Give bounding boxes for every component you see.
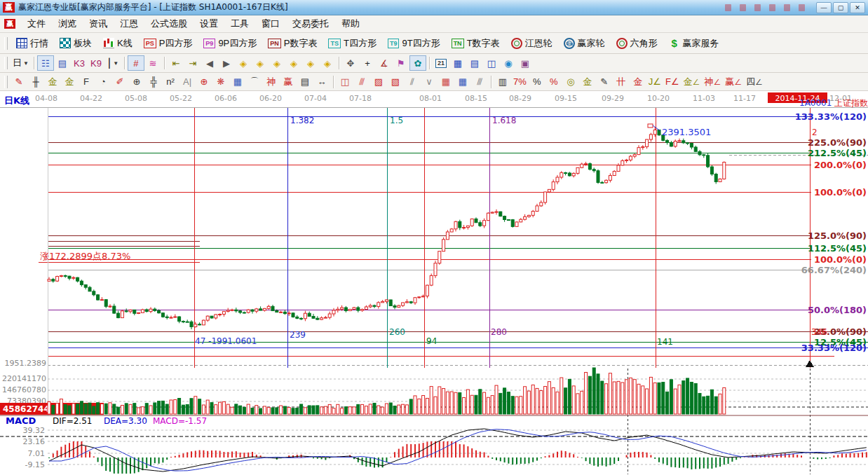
golden-pencil-tool[interactable]: ✎ — [11, 74, 27, 90]
winner-service-button[interactable]: $赢家服务 — [663, 34, 725, 53]
gann-grid-tool[interactable]: # — [128, 55, 144, 71]
calculator-tool[interactable]: ▦ — [449, 55, 466, 71]
menu-item-10[interactable]: 帮助 — [335, 15, 366, 32]
svg-text:MACD=-1.57: MACD=-1.57 — [153, 416, 207, 426]
square-web-tool[interactable]: ▦ — [229, 74, 246, 90]
gold-line-tool[interactable]: 金 — [579, 74, 596, 90]
expand-h-button[interactable]: ◈ — [269, 55, 285, 71]
minimize-button[interactable]: — — [816, 2, 832, 13]
box-fan-tool[interactable]: ▨ — [370, 74, 387, 90]
check-line-tool[interactable]: ∨ — [421, 74, 438, 90]
menu-item-7[interactable]: 工具 — [224, 15, 255, 32]
spider-web-tool[interactable]: ❋ — [212, 74, 229, 90]
angle-measure-tool[interactable]: ∡ — [376, 55, 393, 71]
close-button[interactable]: ✕ — [850, 2, 865, 13]
volume-meter-tool[interactable]: ▥ — [494, 74, 511, 90]
color-price-tool[interactable]: ≋ — [144, 55, 161, 71]
hexagon-button[interactable]: 六角形 — [611, 34, 663, 53]
n2-grid-tool[interactable]: n² — [162, 74, 179, 90]
angle-fan-tool[interactable]: ⫽ — [404, 74, 421, 90]
maximize-button[interactable]: ▢ — [833, 2, 848, 13]
prev-bar-button[interactable]: ◀ — [201, 55, 218, 71]
p-number-button[interactable]: PNP数字表 — [262, 34, 323, 53]
print-tool[interactable]: ▣ — [517, 55, 534, 71]
period-day-button[interactable]: 日▼ — [11, 55, 31, 71]
menu-item-1[interactable]: 文件 — [21, 15, 52, 32]
ying-angle-tool[interactable]: 赢∠ — [723, 74, 744, 90]
zoom-left-button[interactable]: ◈ — [235, 55, 252, 71]
info-note-tool[interactable]: ▤ — [54, 55, 71, 71]
sectors-button[interactable]: 板块 — [54, 34, 97, 53]
pattern-tool[interactable]: ✿ — [409, 55, 426, 71]
box-split-tool[interactable]: ◫ — [337, 74, 353, 90]
calendar-tool[interactable]: 21 — [433, 55, 449, 71]
menu-item-2[interactable]: 浏览 — [52, 15, 83, 32]
trend-pencil-tool[interactable]: ✎ — [596, 74, 613, 90]
grid-square-red-tool[interactable]: ▦ — [438, 74, 454, 90]
candle-style-button[interactable]: ⎮▼ — [104, 55, 121, 71]
t9-square-button[interactable]: T99T四方形 — [382, 34, 446, 53]
quotes-button[interactable]: 行情 — [11, 34, 54, 53]
kline-3-combine-tool[interactable]: K3 — [71, 55, 88, 71]
gann-wave-tool[interactable]: ☷ — [37, 55, 54, 71]
price-pencil-tool[interactable]: ✐ — [111, 74, 128, 90]
ying-grid-tool[interactable]: 赢 — [280, 74, 297, 90]
menu-item-5[interactable]: 公式选股 — [144, 15, 194, 32]
hand-tool[interactable]: ✥ — [342, 55, 359, 71]
grid-tool[interactable]: ╫ — [27, 74, 44, 90]
flag-tool[interactable]: ⚑ — [393, 55, 409, 71]
width-measure-tool[interactable]: ↔ — [313, 74, 330, 90]
p9-square-button[interactable]: P99P四方形 — [198, 34, 262, 53]
menu-item-6[interactable]: 设置 — [194, 15, 224, 32]
menu-item-8[interactable]: 窗口 — [255, 15, 286, 32]
percent-line-tool[interactable]: % — [545, 74, 562, 90]
kline-9-combine-tool[interactable]: K9 — [88, 55, 104, 71]
box-fan-9-tool[interactable]: ▧ — [387, 74, 404, 90]
grid-square-blue-tool[interactable]: ▦ — [454, 74, 471, 90]
compress-all-button[interactable]: ◈ — [319, 55, 336, 71]
next-bar-button[interactable]: ▶ — [218, 55, 235, 71]
menu-item-4[interactable]: 江恩 — [114, 15, 144, 32]
expand-all-button[interactable]: ◈ — [302, 55, 319, 71]
clock-circle-tool[interactable]: ⊕ — [128, 74, 145, 90]
gold-angle-line-tool[interactable]: 金 — [630, 74, 646, 90]
save-tool[interactable]: ◫ — [483, 55, 500, 71]
gold-square-tool[interactable]: 金 — [44, 74, 61, 90]
last-page-button[interactable]: ⇥ — [184, 55, 201, 71]
density-grid-tool[interactable]: ╬ — [145, 74, 162, 90]
kline-button[interactable]: K线 — [97, 34, 138, 53]
winner-wheel-button[interactable]: Big赢家轮 — [558, 34, 611, 53]
crosshair-tool[interactable]: + — [359, 55, 376, 71]
shen-angle-tool[interactable]: 神∠ — [702, 74, 723, 90]
gold-circle-tool[interactable]: ◎ — [562, 74, 579, 90]
web-share-tool[interactable]: ◉ — [500, 55, 517, 71]
ruler-grid-tool[interactable]: ▤ — [297, 74, 313, 90]
support-line-tool[interactable]: 卄 — [613, 74, 630, 90]
gann-wheel-button[interactable]: 江恩轮 — [506, 34, 558, 53]
fibonacci-grid-tool[interactable]: F — [78, 74, 95, 90]
wave-mark-tool[interactable]: ⌒ — [246, 74, 263, 90]
first-page-button[interactable]: ⇤ — [168, 55, 184, 71]
percent-tool[interactable]: % — [529, 74, 545, 90]
menu-item-9[interactable]: 交易委托 — [286, 15, 335, 32]
percent-7-tool[interactable]: 7% — [511, 74, 529, 90]
menu-item-3[interactable]: 资讯 — [83, 15, 114, 32]
gold-angle-tool[interactable]: 金∠ — [681, 74, 703, 90]
mirror-tool[interactable]: A| — [179, 74, 196, 90]
spiral-tool[interactable]: ◔ — [95, 74, 111, 90]
p-square-button[interactable]: PSP四方形 — [138, 34, 198, 53]
t-number-button[interactable]: TNT数字表 — [446, 34, 506, 53]
shen-grid-tool[interactable]: 神 — [263, 74, 280, 90]
notepad-tool[interactable]: ▤ — [466, 55, 483, 71]
j-angle-tool[interactable]: J∠ — [646, 74, 663, 90]
f-angle-tool[interactable]: F∠ — [663, 74, 681, 90]
zoom-right-button[interactable]: ◈ — [252, 55, 269, 71]
triple-line-tool[interactable]: ⫻ — [471, 74, 488, 90]
compress-h-button[interactable]: ◈ — [285, 55, 302, 71]
si-angle-tool[interactable]: 四∠ — [744, 74, 765, 90]
chart-canvas[interactable]: 日K线04-0804-2205-0805-2206-0606-2007-0407… — [0, 91, 868, 475]
gold-square-9-tool[interactable]: 金 — [61, 74, 78, 90]
circle-target-tool[interactable]: ⊕ — [196, 74, 212, 90]
red-fan-tool[interactable]: ⫻ — [353, 74, 370, 90]
t-square-button[interactable]: TST四方形 — [323, 34, 381, 53]
